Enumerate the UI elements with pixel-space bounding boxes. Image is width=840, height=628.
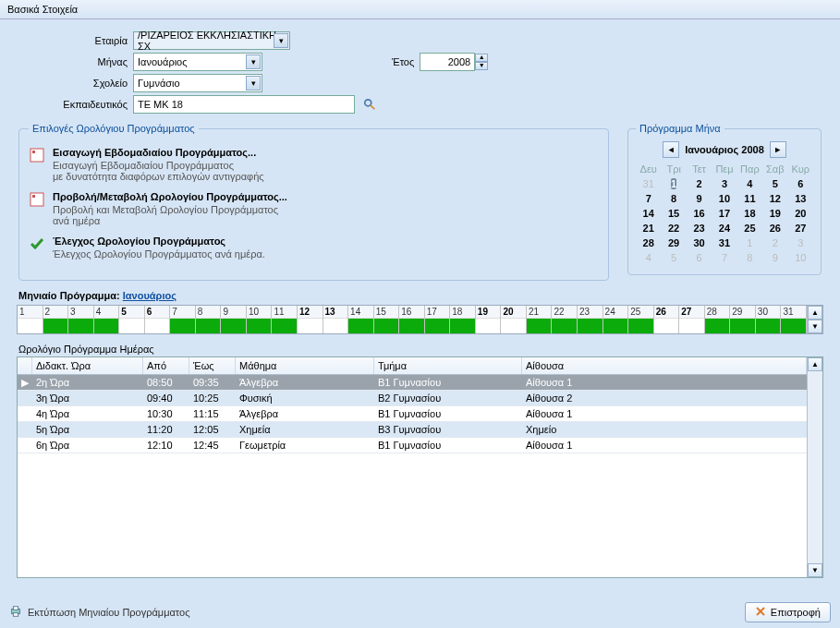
cal-day[interactable]: 31 (712, 236, 737, 250)
day-cell[interactable]: 1 (18, 306, 43, 333)
search-icon[interactable] (362, 97, 377, 112)
day-cell[interactable]: 20 (501, 306, 527, 333)
col-section[interactable]: Τμήμα (374, 357, 522, 374)
cal-day[interactable]: 6 (788, 176, 813, 191)
cal-day[interactable]: 4 (636, 250, 661, 265)
daystrip-scrollbar[interactable]: ▲ ▼ (807, 306, 822, 333)
chevron-down-icon[interactable]: ▾ (246, 54, 261, 69)
scroll-up-icon[interactable]: ▲ (808, 357, 822, 371)
cal-day[interactable]: 23 (687, 221, 712, 236)
day-cell[interactable]: 9 (221, 306, 247, 333)
cal-day[interactable]: 9 (762, 250, 787, 265)
col-from[interactable]: Από (143, 357, 189, 374)
day-cell[interactable]: 25 (628, 306, 654, 333)
cal-day[interactable]: 11 (737, 191, 762, 206)
chevron-down-icon[interactable]: ▾ (246, 76, 261, 91)
day-cell[interactable]: 5 (119, 306, 145, 333)
grid-scrollbar[interactable]: ▲ ▼ (807, 357, 822, 577)
back-button[interactable]: Επιστροφή (745, 602, 831, 622)
day-cell[interactable]: 15 (374, 306, 400, 333)
schedule-grid[interactable]: Διδακτ. Ώρα Από Έως Μάθημα Τμήμα Αίθουσα… (18, 357, 807, 577)
scroll-up-icon[interactable]: ▲ (808, 306, 822, 320)
cal-day[interactable]: 2 (762, 236, 787, 250)
day-cell[interactable]: 13 (323, 306, 349, 333)
day-cell[interactable]: 23 (578, 306, 603, 333)
day-cell[interactable]: 6 (145, 306, 171, 333)
year-input[interactable]: 2008 (420, 53, 475, 71)
cal-day[interactable]: 30 (687, 236, 712, 250)
day-cell[interactable]: 14 (348, 306, 374, 333)
cal-day[interactable]: 6 (687, 250, 712, 265)
teacher-input[interactable]: TE MK 18 (133, 95, 355, 114)
day-cell[interactable]: 27 (679, 306, 705, 333)
company-select[interactable]: /ΡΙΖΑΡΕΙΟΣ ΕΚΚΛΗΣΙΑΣΤΙΚΗ ΣΧ▾ (133, 31, 290, 50)
cal-day[interactable]: 20 (788, 206, 813, 221)
cal-day[interactable]: 31 (636, 176, 661, 191)
col-hour[interactable]: Διδακτ. Ώρα (32, 357, 143, 374)
day-cell[interactable]: 29 (730, 306, 756, 333)
table-row[interactable]: ▶2η Ώρα08:5009:35ΆλγεβραΒ1 ΓυμνασίουΑίθο… (18, 375, 807, 391)
day-cell[interactable]: 18 (450, 306, 476, 333)
scroll-down-icon[interactable]: ▼ (808, 563, 822, 577)
cal-day[interactable]: 8 (661, 191, 686, 206)
cal-next-button[interactable]: ► (770, 141, 786, 158)
day-cell[interactable]: 30 (756, 306, 782, 333)
cal-day[interactable]: 2 (687, 176, 712, 191)
day-cell[interactable]: 11 (272, 306, 298, 333)
col-subject[interactable]: Μάθημα (236, 357, 374, 374)
cal-day[interactable]: 28 (636, 236, 661, 250)
cal-day[interactable]: 27 (788, 221, 813, 236)
cal-day[interactable]: 16 (687, 206, 712, 221)
chevron-down-icon[interactable]: ▾ (274, 33, 288, 48)
day-cell[interactable]: 24 (603, 306, 629, 333)
cal-prev-button[interactable]: ◄ (663, 141, 679, 158)
cal-day[interactable]: 8 (737, 250, 762, 265)
day-cell[interactable]: 16 (399, 306, 425, 333)
cal-day[interactable]: 29 (661, 236, 686, 250)
day-cell[interactable]: 8 (196, 306, 222, 333)
table-row[interactable]: 3η Ώρα09:4010:25ΦυσικήΒ2 ΓυμνασίουΑίθουσ… (18, 391, 807, 406)
day-cell[interactable]: 17 (425, 306, 451, 333)
cal-day[interactable]: 9 (687, 191, 712, 206)
col-room[interactable]: Αίθουσα (522, 357, 807, 374)
day-cell[interactable]: 28 (705, 306, 731, 333)
cal-day[interactable]: 17 (712, 206, 737, 221)
calendar-grid[interactable]: ΔευΤριΤετΠεμΠαρΣαβΚυρ3112345678910111213… (636, 162, 813, 265)
day-cell[interactable]: 31 (781, 306, 807, 333)
cal-day[interactable]: 12 (762, 191, 787, 206)
cal-day[interactable]: 4 (737, 176, 762, 191)
cal-day[interactable]: 19 (762, 206, 787, 221)
school-select[interactable]: Γυμνάσιο▾ (133, 74, 262, 92)
cal-day[interactable]: 13 (788, 191, 813, 206)
cal-day[interactable]: 14 (636, 206, 661, 221)
cal-day[interactable]: 21 (636, 221, 661, 236)
cal-day[interactable]: 25 (737, 221, 762, 236)
scroll-down-icon[interactable]: ▼ (808, 320, 822, 333)
cal-day[interactable]: 22 (661, 221, 686, 236)
year-up-button[interactable]: ▲ (475, 54, 488, 62)
day-cell[interactable]: 22 (552, 306, 578, 333)
year-down-button[interactable]: ▼ (475, 62, 488, 70)
option-item[interactable]: Προβολή/Μεταβολή Ωρολογίου Προγράμματος.… (29, 191, 599, 226)
cal-day[interactable]: 5 (661, 250, 686, 265)
print-month-link[interactable]: Εκτύπωση Μηνιαίου Προγράμματος (9, 605, 189, 620)
day-cell[interactable]: 12 (298, 306, 323, 333)
day-cell[interactable]: 21 (527, 306, 553, 333)
table-row[interactable]: 5η Ώρα11:2012:05ΧημείαΒ3 ΓυμνασίουΧημείο (18, 422, 807, 438)
day-cell[interactable]: 3 (68, 306, 94, 333)
table-row[interactable]: 4η Ώρα10:3011:15ΆλγεβραΒ1 ΓυμνασίουΑίθου… (18, 406, 807, 422)
day-cell[interactable]: 4 (94, 306, 120, 333)
cal-day[interactable]: 5 (762, 176, 787, 191)
cal-day[interactable]: 24 (712, 221, 737, 236)
col-to[interactable]: Έως (189, 357, 236, 374)
cal-day[interactable]: 1 (661, 176, 686, 191)
cal-day[interactable]: 3 (788, 236, 813, 250)
cal-day[interactable]: 3 (712, 176, 737, 191)
day-cell[interactable]: 19 (476, 306, 502, 333)
cal-day[interactable]: 10 (712, 191, 737, 206)
option-item[interactable]: Εισαγωγή Εβδομαδιαίου Προγράμματος...Εισ… (29, 147, 599, 182)
cal-day[interactable]: 10 (788, 250, 813, 265)
option-item[interactable]: Έλεγχος Ωρολογίου ΠρογράμματοςΈλεγχος Ωρ… (29, 236, 599, 260)
cal-day[interactable]: 26 (762, 221, 787, 236)
day-cell[interactable]: 2 (43, 306, 69, 333)
